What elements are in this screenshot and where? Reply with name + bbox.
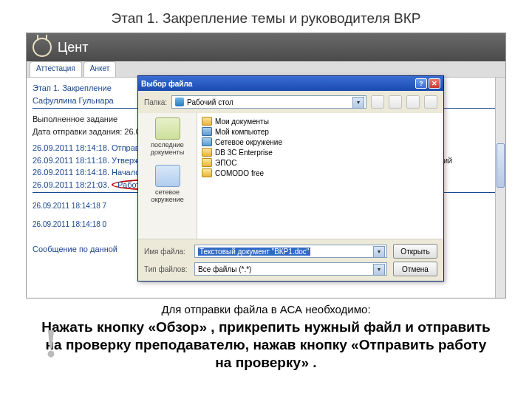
computer-icon [202, 127, 212, 136]
new-folder-icon[interactable] [406, 95, 420, 109]
folder-icon [202, 158, 212, 167]
places-bar: последние документы сетевое окружение [138, 113, 197, 239]
list-item[interactable]: Мои документы [200, 116, 440, 126]
dialog-titlebar[interactable]: Выбор файла ? ✕ [138, 76, 443, 91]
place-label: последние документы [138, 141, 197, 156]
list-item[interactable]: DB 3С Enterprise [200, 147, 440, 157]
tab-attestation[interactable]: Аттестация [30, 61, 82, 77]
scrollbar[interactable] [495, 78, 505, 298]
close-icon[interactable]: ✕ [429, 78, 440, 89]
file-name: Мой компьютер [215, 128, 269, 136]
dialog-footer: Имя файла: Текстовый документ "ВКР1.doc"… [138, 239, 443, 281]
filename-label: Имя файла: [144, 248, 188, 256]
folder-icon [202, 168, 212, 177]
file-name: COMODO free [215, 169, 264, 177]
back-icon[interactable] [371, 95, 384, 109]
folder-icon [202, 148, 212, 157]
place-label: сетевое окружение [138, 188, 197, 203]
open-button[interactable]: Открыть [393, 244, 437, 259]
log-ts: 26.09.2011 18:14:18 [33, 143, 107, 152]
caption: Для отправки файла в АСА необходимо: [0, 303, 532, 316]
tab-anket[interactable]: Анкет [83, 61, 117, 77]
file-name: Мои документы [215, 117, 269, 126]
scroll-thumb[interactable] [497, 143, 505, 188]
list-item[interactable]: Мой компьютер [200, 126, 440, 137]
cancel-button[interactable]: Отмена [393, 262, 437, 276]
file-name: ЭПОС [215, 159, 236, 167]
app-brand: Цент [58, 40, 89, 55]
file-name: Сетевое окружение [215, 138, 282, 146]
list-item[interactable]: COMODO free [200, 168, 440, 178]
folder-label: Папка: [144, 98, 167, 106]
file-name: DB 3С Enterprise [215, 149, 273, 157]
file-list[interactable]: Мои документы Мой компьютер Сетевое окру… [197, 113, 443, 239]
file-open-dialog: Выбор файла ? ✕ Папка: Рабочий стол посл… [137, 75, 444, 282]
help-icon[interactable]: ? [415, 78, 427, 89]
dialog-title: Выбор файла [141, 80, 414, 88]
slide-title: Этап 1. Закрепление темы и руководителя … [0, 0, 532, 33]
dialog-body: последние документы сетевое окружение Мо… [138, 113, 443, 239]
folder-icon [155, 117, 180, 140]
views-icon[interactable] [424, 95, 437, 109]
app-logo-icon [33, 38, 52, 57]
log-ts: 26.09.2011 18:14:18 [33, 168, 107, 177]
network-icon [155, 165, 180, 187]
filename-value: Текстовый документ "ВКР1.doc" [198, 248, 310, 256]
list-item[interactable]: Сетевое окружение [200, 137, 440, 147]
folder-icon [202, 117, 212, 126]
folder-value: Рабочий стол [187, 98, 233, 106]
desktop-icon [175, 98, 184, 106]
filetype-combo[interactable]: Все файлы (*.*) [194, 262, 387, 276]
app-window: Цент Аттестация Анкет Этап 1. Закреплени… [26, 33, 506, 299]
instruction-text: Нажать кнопку «Обзор» , прикрепить нужны… [0, 316, 532, 371]
filetype-value: Все файлы (*.*) [198, 265, 251, 273]
place-recent[interactable]: последние документы [138, 117, 197, 156]
log-ts: 26.09.2011 18:21:03 [33, 180, 107, 189]
exclamation-icon: ! [44, 321, 58, 366]
list-item[interactable]: ЭПОС [200, 157, 440, 168]
place-network[interactable]: сетевое окружение [138, 165, 197, 203]
folder-combo[interactable]: Рабочий стол [171, 95, 366, 109]
filename-input[interactable]: Текстовый документ "ВКР1.doc" [194, 245, 387, 258]
log-ts: 26.09.2011 18:11:18 [33, 156, 107, 165]
up-icon[interactable] [389, 95, 402, 109]
filetype-label: Тип файлов: [144, 265, 188, 273]
app-header: Цент [27, 33, 505, 61]
dialog-toolbar: Папка: Рабочий стол [138, 91, 443, 113]
network-icon [202, 137, 212, 146]
